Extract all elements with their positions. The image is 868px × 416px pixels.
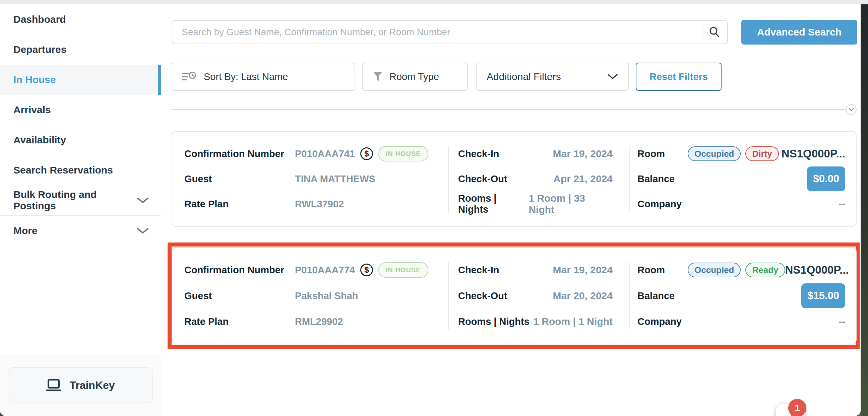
dollar-icon[interactable]: $ bbox=[360, 148, 373, 160]
sort-by-label: Sort By: Last Name bbox=[204, 71, 288, 83]
occupancy-badge: Occupied bbox=[688, 263, 741, 277]
sidebar-item-departures[interactable]: Departures bbox=[0, 34, 161, 65]
sort-icon bbox=[182, 71, 196, 82]
sidebar-item-bulk-routing[interactable]: Bulk Routing and Postings bbox=[0, 185, 161, 215]
checkout-label: Check-Out bbox=[458, 290, 507, 301]
room-label: Room bbox=[638, 149, 688, 159]
checkout-label: Check-Out bbox=[458, 173, 507, 185]
dollar-icon[interactable]: $ bbox=[360, 264, 373, 276]
chevron-down-icon bbox=[137, 197, 149, 204]
rooms-nights-label: Rooms | Nights bbox=[458, 316, 529, 327]
occupancy-badge: Occupied bbox=[688, 147, 741, 161]
status-badge: IN HOUSE bbox=[378, 146, 428, 161]
nav-label: Availability bbox=[13, 134, 66, 146]
room-type-filter-button[interactable]: Room Type bbox=[362, 63, 468, 91]
company-value: -- bbox=[838, 316, 845, 327]
search-divider bbox=[702, 26, 703, 39]
sidebar-item-in-house[interactable]: In House bbox=[0, 65, 161, 95]
housekeeping-badge: Dirty bbox=[745, 147, 778, 161]
funnel-icon bbox=[373, 71, 383, 82]
additional-filters-label: Additional Filters bbox=[487, 71, 561, 83]
checkin-label: Check-In bbox=[458, 149, 499, 159]
room-number: NS1Q000P... bbox=[785, 264, 849, 276]
reset-filters-button[interactable]: Reset Filters bbox=[636, 63, 721, 91]
chevron-down-icon bbox=[848, 108, 854, 111]
card-column-divider bbox=[629, 262, 630, 329]
company-label: Company bbox=[638, 199, 688, 210]
sidebar-item-search-reservations[interactable]: Search Reservations bbox=[0, 155, 161, 185]
search-box bbox=[172, 20, 728, 44]
company-label: Company bbox=[638, 316, 688, 327]
collapse-toggle-button[interactable] bbox=[846, 104, 857, 115]
guest-value: TINA MATTHEWS bbox=[295, 173, 375, 185]
confirmation-value[interactable]: P010AAA774 bbox=[295, 265, 355, 276]
balance-label: Balance bbox=[638, 290, 688, 301]
reservation-card[interactable]: Confirmation Number P010AAA741 $ IN HOUS… bbox=[172, 131, 857, 227]
reset-filters-label: Reset Filters bbox=[650, 71, 708, 83]
rooms-nights-label: Rooms | Nights bbox=[458, 193, 528, 215]
desktop: Dashboard Departures In House Arrivals A… bbox=[0, 0, 868, 416]
nav-label: Search Reservations bbox=[13, 164, 113, 176]
app-window: Dashboard Departures In House Arrivals A… bbox=[0, 4, 861, 416]
rate-plan-value: RML29902 bbox=[295, 316, 343, 327]
sidebar-item-dashboard[interactable]: Dashboard bbox=[0, 4, 161, 34]
search-icon[interactable] bbox=[709, 26, 720, 38]
company-value: -- bbox=[838, 198, 845, 210]
checkin-label: Check-In bbox=[458, 265, 499, 276]
nav-label: Departures bbox=[13, 44, 66, 55]
confirmation-label: Confirmation Number bbox=[184, 265, 295, 276]
sidebar-item-more[interactable]: More bbox=[0, 215, 161, 246]
nav-label: In House bbox=[13, 74, 56, 86]
nav-label: Arrivals bbox=[13, 104, 51, 116]
confirmation-value[interactable]: P010AAA741 bbox=[295, 149, 355, 159]
sidebar: Dashboard Departures In House Arrivals A… bbox=[0, 4, 161, 416]
reservation-card-selected[interactable]: Confirmation Number P010AAA774 $ IN HOUS… bbox=[172, 247, 857, 344]
sidebar-item-availability[interactable]: Availability bbox=[0, 125, 161, 155]
guest-value: Pakshal Shah bbox=[295, 290, 358, 301]
rooms-nights-value: 1 Room | 1 Night bbox=[533, 316, 613, 327]
card-column-divider bbox=[629, 146, 630, 212]
checkin-value: Mar 19, 2024 bbox=[553, 148, 613, 159]
status-badge: IN HOUSE bbox=[378, 262, 428, 278]
search-input[interactable] bbox=[181, 27, 702, 38]
housekeeping-badge: Ready bbox=[745, 263, 785, 277]
sort-by-button[interactable]: Sort By: Last Name bbox=[172, 63, 355, 91]
checkin-value: Mar 19, 2024 bbox=[553, 264, 613, 276]
room-type-label: Room Type bbox=[390, 71, 439, 83]
balance-label: Balance bbox=[638, 173, 688, 185]
background-window-strip bbox=[861, 4, 868, 416]
filter-row: Sort By: Last Name Room Type Additional … bbox=[161, 63, 861, 91]
sidebar-footer: TrainKey bbox=[0, 354, 161, 416]
guest-label: Guest bbox=[184, 173, 295, 185]
confirmation-label: Confirmation Number bbox=[184, 149, 295, 159]
sidebar-item-arrivals[interactable]: Arrivals bbox=[0, 95, 161, 125]
rate-plan-value: RWL37902 bbox=[295, 199, 344, 210]
card-column-divider bbox=[448, 262, 449, 329]
nav-label: Bulk Routing and Postings bbox=[13, 189, 137, 212]
balance-button[interactable]: $0.00 bbox=[807, 166, 845, 191]
checkout-value: Apr 21, 2024 bbox=[553, 173, 613, 185]
window-top-edge bbox=[0, 0, 868, 5]
trainkey-label: TrainKey bbox=[69, 379, 115, 391]
rate-plan-label: Rate Plan bbox=[184, 199, 295, 210]
card-column-divider bbox=[448, 146, 449, 212]
section-divider bbox=[172, 109, 846, 110]
guest-label: Guest bbox=[184, 290, 295, 301]
additional-filters-button[interactable]: Additional Filters bbox=[476, 63, 629, 91]
rooms-nights-value: 1 Room | 33 Night bbox=[528, 193, 613, 215]
room-label: Room bbox=[638, 265, 688, 276]
nav-label: Dashboard bbox=[13, 14, 66, 25]
main-content: Advanced Search Sort By: Last Name bbox=[161, 4, 861, 416]
chevron-down-icon bbox=[137, 227, 149, 234]
notification-badge: 1 bbox=[788, 399, 806, 416]
rate-plan-label: Rate Plan bbox=[184, 316, 295, 327]
chevron-down-icon bbox=[607, 74, 618, 80]
checkout-value: Mar 20, 2024 bbox=[553, 290, 613, 301]
advanced-search-button[interactable]: Advanced Search bbox=[741, 20, 857, 44]
nav-label: More bbox=[13, 225, 37, 236]
trainkey-button[interactable]: TrainKey bbox=[8, 367, 153, 403]
room-number: NS1Q000P... bbox=[781, 148, 845, 160]
balance-button[interactable]: $15.00 bbox=[801, 283, 845, 308]
laptop-icon bbox=[46, 379, 61, 391]
